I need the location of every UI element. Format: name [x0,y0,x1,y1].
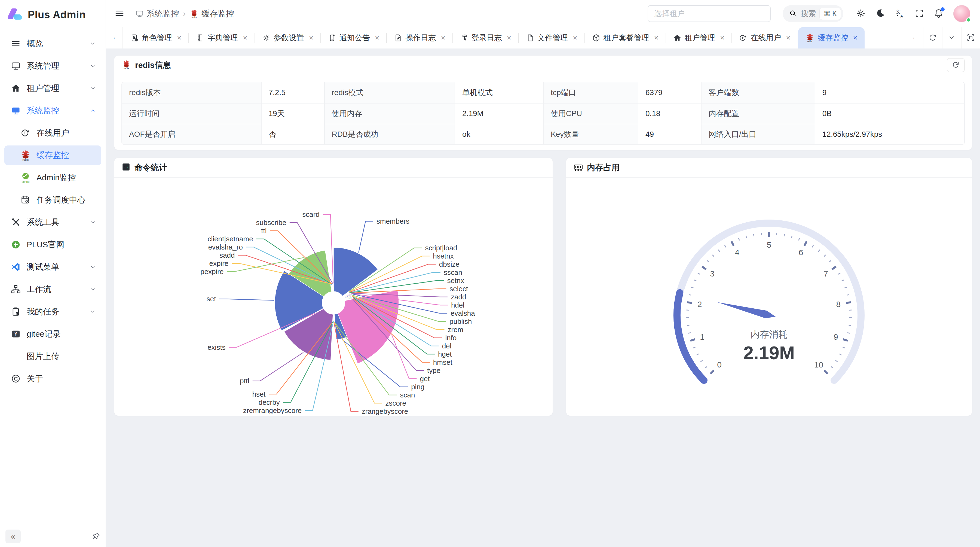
pie-slice[interactable] [338,290,399,364]
sidebar-item[interactable]: 关于 [4,369,101,388]
user-avatar[interactable] [953,5,970,22]
sidebar-item[interactable]: 工作流 [4,279,101,299]
tabs-scroll-left-button[interactable]: ‹ [106,27,123,48]
global-search-button[interactable]: 搜索 ⌘ K [783,5,843,22]
sidebar-item[interactable]: 系统工具 [4,212,101,232]
gauge-minor-tick [694,280,696,281]
tab-close-icon[interactable]: × [853,33,858,42]
tab-close-icon[interactable]: × [654,33,659,42]
schedule-icon [20,194,32,206]
pie-label: subscribe [256,218,286,226]
online-status-dot [966,18,971,22]
tab-close-icon[interactable]: × [243,33,247,42]
tab-item[interactable]: 在线用户× [732,27,797,48]
sidebar-item-label: 概览 [27,38,43,49]
sidebar-item[interactable]: 我的任务 [4,302,101,321]
tab-item[interactable]: 参数设置× [255,27,320,48]
tools-icon [10,216,22,228]
tab-item[interactable]: 租户管理× [666,27,732,48]
notifications-bell-icon[interactable] [934,8,943,19]
sidebar-pin-button[interactable] [92,532,100,541]
tab-close-icon[interactable]: × [309,33,313,42]
sidebar-item[interactable]: redis缓存监控 [4,145,101,165]
dark-mode-moon-icon[interactable] [875,8,885,19]
sidebar-collapse-button[interactable]: « [5,529,21,543]
tab-active[interactable]: redis缓存监控× [798,27,865,48]
sidebar-item[interactable]: 图片上传 [4,346,101,366]
tab-item[interactable]: 字典管理× [189,27,254,48]
pie-label: publish [449,317,472,325]
tab-close-icon[interactable]: × [375,33,379,42]
pie-label: info [445,334,457,342]
tab-close-icon[interactable]: × [786,33,790,42]
sidebar-item[interactable]: 租户管理 [4,78,101,98]
redis-info-panel: redis redis信息 redis版本7.2.5redis模式单机模式tcp… [115,56,972,150]
tab-close-icon[interactable]: × [573,33,577,42]
pie-label: select [449,285,468,293]
gauge-minor-tick [691,287,694,288]
content-fullscreen-icon[interactable] [961,27,980,48]
sidebar-item[interactable]: 任务调度中心 [4,190,101,210]
redis-info-body: redis版本7.2.5redis模式单机模式tcp端口6379客户端数9运行时… [115,75,972,150]
gauge-minor-tick [831,367,833,368]
gauge-tick-label: 2 [697,300,702,309]
sidebar-item[interactable]: 在线用户 [4,123,101,143]
breadcrumb-label: 缓存监控 [202,8,234,19]
tab-item[interactable]: 租户套餐管理× [585,27,666,48]
breadcrumb-item[interactable]: 系统监控 [135,8,179,19]
my-tasks-icon [10,306,22,317]
sidebar-item-label: Admin监控 [37,172,76,183]
settings-gear-icon[interactable] [856,8,865,19]
command-stats-chart[interactable]: smembersscript|loadhsetnxdbsizesscansetn… [115,178,553,416]
gauge-minor-tick [791,236,792,238]
redis-info-refresh-button[interactable] [947,58,965,72]
redis-icon: redis [20,149,32,161]
hamburger-menu-icon[interactable] [115,8,125,19]
tenant-select-input[interactable] [648,5,771,22]
tab-close-icon[interactable]: × [441,33,445,42]
tab-close-icon[interactable]: × [177,33,181,42]
gauge-minor-tick [705,367,707,368]
sidebar-item[interactable]: 系统管理 [4,56,101,76]
sidebar-item-label: 工作流 [27,284,51,295]
pie-label: hget [438,350,452,358]
spring-icon: spring [20,172,32,183]
tabs-dropdown-icon[interactable] [942,27,961,48]
tab-close-icon[interactable]: × [720,33,724,42]
sidebar-item[interactable]: 测试菜单 [4,257,101,277]
gauge-minor-tick [746,236,747,238]
tab-item[interactable]: 角色管理× [123,27,188,48]
translate-icon[interactable]: 文A [895,8,905,19]
tab-item[interactable]: 文件管理× [519,27,584,48]
gauge-tick-label: 4 [735,248,740,257]
gauge-minor-tick [849,325,851,325]
tabs-scroll-right-button[interactable]: › [904,27,923,48]
gauge-major-tick [804,241,807,246]
gauge-minor-tick [687,325,689,325]
sidebar-footer: « [5,529,100,543]
sidebar-item[interactable]: 概览 [4,34,101,53]
tab-item[interactable]: 操作日志× [387,27,452,48]
copyright-icon [10,373,22,384]
tab-item[interactable]: 登录日志× [453,27,518,48]
sidebar-item-label: 缓存监控 [37,150,69,161]
pie-label: expire [209,259,228,268]
pie-slice[interactable] [333,284,334,292]
info-cell-label: 使用CPU [543,103,638,124]
pie-label: type [427,367,441,375]
sidebar-item[interactable]: PLUS官网 [4,235,101,254]
main-column: 系统监控›redis缓存监控 搜索 ⌘ K 文A [106,0,980,547]
memory-gauge-chart[interactable]: 012345678910内存消耗2.19M [566,178,972,416]
app-logo[interactable]: Plus Admin [0,0,106,31]
tab-close-icon[interactable]: × [507,33,511,42]
gauge-minor-tick [840,354,842,355]
refresh-page-icon[interactable] [923,27,942,48]
pie-label: pttl [240,377,249,385]
sidebar-item[interactable]: springAdmin监控 [4,168,101,187]
breadcrumb-item[interactable]: redis缓存监控 [189,8,234,19]
tab-label: 缓存监控 [818,33,848,43]
sidebar-item[interactable]: 系统监控 [4,101,101,120]
fullscreen-icon[interactable] [915,9,924,19]
tab-item[interactable]: 通知公告× [321,27,386,48]
sidebar-item[interactable]: ¥gitee记录 [4,324,101,344]
